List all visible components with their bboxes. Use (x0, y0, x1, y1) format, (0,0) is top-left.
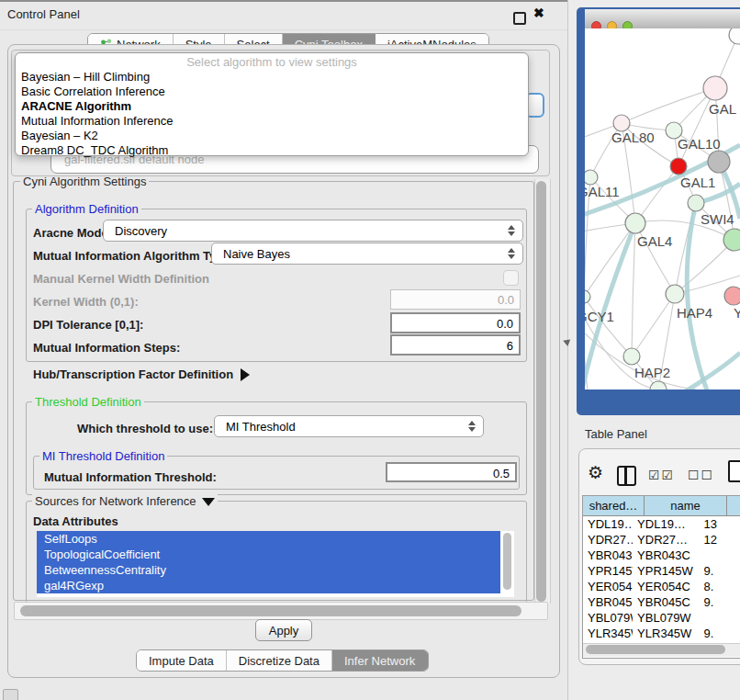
table-hscrollbar-thumb[interactable] (586, 645, 725, 654)
table-row[interactable]: YBR043CYBR043C (583, 548, 740, 563)
network-node[interactable] (703, 76, 727, 100)
algorithm-option[interactable]: Basic Correlation Inference (16, 85, 528, 99)
table-row[interactable]: YDR27…YDR27…12 (583, 532, 740, 548)
settings-hscrollbar-thumb[interactable] (20, 605, 521, 616)
close-icon[interactable]: ✖ (533, 6, 544, 20)
network-node-label: HAP4 (677, 305, 712, 321)
aracne-mode-label: Aracne Mode: (33, 226, 112, 240)
table-cell: YDL19… (633, 516, 699, 532)
collapsed-panel-handle[interactable] (3, 689, 18, 700)
aracne-mode-combo[interactable]: Discovery (103, 220, 523, 242)
threshold-definition-title: Threshold Definition (32, 395, 144, 409)
network-edge (585, 331, 696, 390)
network-edge (675, 240, 734, 294)
table-row[interactable]: YER054CYER054C8. (583, 579, 740, 594)
chevron-right-icon (241, 368, 250, 381)
network-node[interactable] (666, 285, 684, 303)
network-node[interactable] (724, 287, 740, 305)
tab-impute-data[interactable]: Impute Data (137, 650, 227, 671)
mi-threshold-field[interactable]: 0.5 (386, 462, 517, 482)
select-all-checkboxes-icon[interactable]: ☑☑ (648, 468, 675, 482)
mi-type-value: Naive Bayes (212, 247, 507, 261)
table-row[interactable]: YBL079WYBL079W (583, 610, 740, 626)
apply-button[interactable]: Apply (255, 619, 312, 641)
sources-toggle[interactable]: Sources for Network Inference (32, 494, 218, 508)
mi-type-label: Mutual Information Algorithm Type: (33, 249, 234, 263)
table-cell: 12 (699, 532, 740, 548)
control-panel-window: Control Panel ✖ NetworkStyleSelectCyni T… (0, 0, 568, 700)
manual-kernel-checkbox[interactable] (503, 270, 519, 286)
network-node[interactable] (625, 213, 645, 233)
table-cell: YDR27… (633, 532, 699, 548)
network-canvas[interactable]: GALGAL80GAL10GAL1GAL11SWI4GAL4HAP4YGCY1H… (585, 28, 740, 390)
table-cell: 8. (699, 579, 740, 594)
table-row[interactable]: YBR045CYBR045C9. (583, 594, 740, 610)
network-node-label: SWI4 (701, 211, 734, 227)
network-node-label: GAL80 (611, 130, 655, 145)
network-node[interactable] (688, 195, 704, 211)
tab-discretize-data[interactable]: Discretize Data (227, 650, 332, 671)
mi-type-combo[interactable]: Naive Bayes (211, 243, 523, 265)
attribute-list-item[interactable]: TopologicalCoefficient (37, 547, 500, 562)
dpi-tolerance-label: DPI Tolerance [0,1]: (33, 318, 143, 332)
algorithm-option[interactable]: Bayesian – Hill Climbing (16, 70, 528, 85)
hub-definition-toggle[interactable]: Hub/Transcription Factor Definition (33, 367, 250, 381)
attribute-list-item[interactable]: gal4RGexp (37, 578, 500, 593)
chevron-down-icon (202, 498, 215, 506)
table-cell: 9. (699, 594, 740, 610)
attribute-list-item[interactable]: BetweennessCentrality (37, 562, 500, 578)
column-header-2[interactable]: name (645, 496, 727, 516)
deselect-all-checkboxes-icon[interactable]: ☐☐ (688, 468, 714, 482)
table-cell: YPR145W (583, 563, 633, 579)
which-threshold-combo[interactable]: MI Threshold (214, 415, 484, 437)
network-node[interactable] (585, 290, 590, 303)
control-panel-titlebar (0, 0, 567, 30)
table-row[interactable]: YPR145WYPR145W9. (583, 563, 740, 579)
columns-icon[interactable] (617, 466, 636, 486)
table-cell: YDR27… (583, 532, 633, 548)
combo-spinner-icon (507, 225, 515, 236)
gear-icon[interactable]: ⚙ (588, 462, 603, 483)
attribute-list-item[interactable]: SelfLoops (37, 531, 500, 547)
network-node[interactable] (585, 170, 598, 185)
tab-infer-network[interactable]: Infer Network (332, 650, 428, 671)
algorithm-option[interactable]: Mutual Information Inference (16, 114, 528, 129)
mi-steps-field[interactable]: 6 (390, 334, 521, 356)
table-row[interactable]: YLR345WYLR345W9. (583, 626, 740, 641)
table-cell: YLR345W (583, 626, 633, 641)
float-panel-icon[interactable] (513, 12, 526, 25)
column-header-1[interactable]: shared… (583, 496, 645, 516)
network-node-label: Y (734, 305, 740, 321)
network-node-label: GAL11 (585, 184, 620, 199)
table-cell: YER054C (583, 579, 633, 594)
kernel-width-field[interactable]: 0.0 (390, 289, 521, 310)
data-attributes-list[interactable]: SelfLoopsTopologicalCoefficientBetweenne… (37, 531, 514, 597)
network-node[interactable] (729, 28, 740, 44)
dpi-tolerance-field[interactable]: 0.0 (390, 312, 521, 333)
table-cell: YBR043C (583, 548, 633, 563)
table-cell: YBR043C (633, 548, 699, 563)
table-cell: YBL079W (583, 610, 633, 626)
table-cell: 13 (699, 516, 740, 532)
document-icon[interactable] (728, 460, 740, 482)
network-node[interactable] (670, 158, 687, 175)
column-header-3[interactable]: A (727, 496, 740, 516)
algorithm-option[interactable]: Dream8 DC_TDC Algorithm (16, 143, 528, 158)
control-panel-title: Control Panel (7, 7, 80, 21)
which-threshold-label: Which threshold to use: (77, 422, 213, 435)
network-node[interactable] (623, 348, 640, 365)
attributes-scrollbar-thumb[interactable] (503, 533, 511, 590)
table-cell: YER054C (633, 579, 699, 594)
combo-spinner-icon (467, 421, 476, 432)
table-row[interactable]: YDL19…YDL19…13 (583, 516, 740, 532)
settings-vscrollbar-thumb[interactable] (536, 181, 546, 602)
algorithm-dropdown-list[interactable]: Select algorithm to view settings Bayesi… (15, 52, 529, 156)
network-edge-thick (687, 203, 709, 390)
algorithm-option[interactable]: Bayesian – K2 (16, 129, 528, 143)
network-node-label: GAL10 (678, 136, 721, 152)
table-cell: YPR145W (633, 563, 699, 579)
network-node[interactable] (723, 229, 740, 251)
network-node[interactable] (708, 151, 730, 173)
table-rows: YDL19…YDL19…13YDR27…YDR27…12YBR043CYBR04… (583, 516, 740, 656)
algorithm-option[interactable]: ARACNE Algorithm (16, 99, 528, 114)
